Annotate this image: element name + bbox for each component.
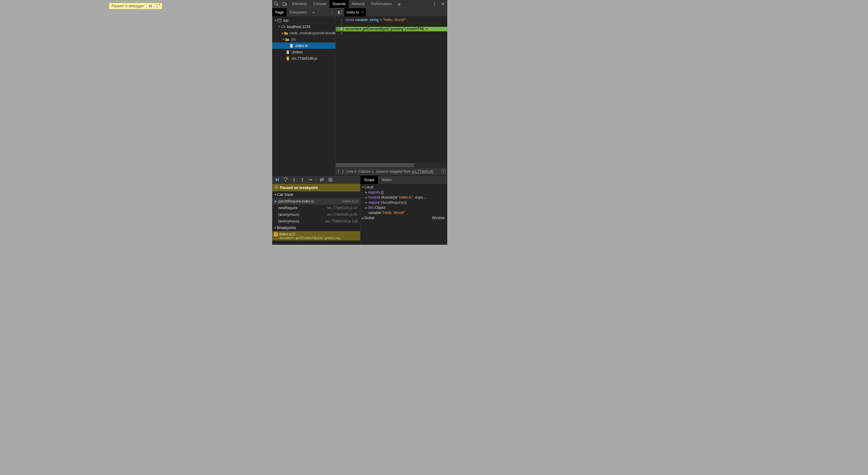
scope-tabs: Scope Watch [361, 176, 447, 184]
scope-var-this[interactable]: ▶this: Object [362, 205, 446, 210]
code-lines: const variable: string = "Hello, World!"… [344, 16, 447, 163]
editor-scrollbar[interactable] [336, 163, 447, 167]
svg-point-5 [434, 2, 435, 3]
overlay-resume-button[interactable] [146, 3, 154, 9]
debugger-overlay-message: Paused in debugger [109, 4, 146, 8]
svg-rect-3 [283, 2, 285, 5]
svg-rect-12 [278, 178, 278, 182]
navigator-pane: Page Filesystem » ⋮ ▼ top ▼ localh [272, 8, 336, 176]
stack-frame[interactable]: (anonymous)src.77de5100.js:120 [272, 218, 360, 225]
tab-sources[interactable]: Sources [330, 0, 349, 8]
cursor-position: Line 3, Column 1 [347, 169, 374, 173]
folder-icon [285, 37, 290, 42]
scope-local-header[interactable]: ▼Local [362, 185, 446, 190]
source-map-link[interactable]: src.77de5100 [412, 169, 434, 173]
tab-elements[interactable]: Elements [289, 0, 310, 8]
source-map-info: (source mapped from src.77de5100 [376, 169, 433, 173]
debugger-left-pane: ⓘ Paused on breakpoint ▼Call Stack ➤parc… [272, 176, 361, 245]
svg-point-18 [329, 178, 332, 182]
resume-button[interactable] [273, 177, 281, 183]
info-icon: ⓘ [275, 185, 278, 190]
pretty-print-icon[interactable]: { } [338, 169, 344, 173]
scope-var-variable[interactable]: variable: "Hello, World!" [362, 210, 446, 215]
navigator-tabs: Page Filesystem » ⋮ [272, 8, 336, 16]
tab-scope[interactable]: Scope [361, 176, 378, 184]
step-over-button[interactable] [282, 177, 289, 183]
tree-node-modules[interactable]: ▶ node_modules/parcel-bundler [272, 30, 336, 36]
deactivate-breakpoints-button[interactable] [318, 177, 326, 183]
devtools-panel: Elements Console Sources Network Perform… [272, 0, 447, 245]
stack-frame[interactable]: (anonymous)src.77de5100.js:81 [272, 211, 360, 218]
line-gutter: 1 2 3 4 [336, 16, 344, 163]
kebab-menu-icon[interactable] [430, 0, 439, 8]
svg-rect-4 [285, 3, 287, 5]
scope-var-require[interactable]: ▶require: ƒ localRequire(x) [362, 200, 446, 205]
svg-rect-19 [330, 179, 330, 181]
breakpoints-header[interactable]: ▼Breakpoints [272, 225, 360, 231]
more-tabs-icon[interactable] [395, 0, 403, 8]
tab-network[interactable]: Network [349, 0, 368, 8]
step-button[interactable] [307, 177, 314, 183]
svg-point-16 [309, 179, 310, 180]
close-devtools-icon[interactable] [439, 0, 447, 8]
tab-performance[interactable]: Performance [368, 0, 395, 8]
scope-global-header[interactable]: ▶GlobalWindow [362, 215, 446, 220]
svg-rect-20 [331, 179, 331, 181]
call-stack-header[interactable]: ▼Call Stack [272, 191, 360, 198]
inspect-icon[interactable] [272, 0, 281, 8]
svg-point-7 [434, 5, 435, 6]
paused-status: ⓘ Paused on breakpoint [272, 184, 360, 191]
scope-body: ▼Local ▶exports: {} ▶module: Module {id:… [361, 184, 447, 245]
tree-src-folder[interactable]: ▼ src [272, 36, 336, 42]
window-icon [277, 18, 282, 23]
nav-more-icon[interactable]: » [310, 8, 317, 16]
breakpoint-checkbox[interactable]: ✓ [274, 232, 278, 236]
file-icon [285, 50, 290, 55]
stack-frame[interactable]: ➤parcelRequire.index.ts index.ts:3 [272, 198, 360, 204]
pause-exceptions-button[interactable] [327, 177, 334, 183]
svg-rect-8 [278, 19, 281, 22]
toggle-debugger-icon[interactable]: ▾ [441, 169, 445, 173]
breakpoint-item[interactable]: ✓ index.ts:3 document.getElementById("gr… [272, 231, 360, 241]
nav-tab-filesystem[interactable]: Filesystem [287, 8, 310, 16]
tree-index-ts[interactable]: index.ts [272, 42, 336, 49]
tree-host[interactable]: ▼ localhost:1234 [272, 24, 336, 30]
svg-rect-0 [151, 4, 152, 7]
step-out-button[interactable] [299, 177, 306, 183]
nav-tab-page[interactable]: Page [272, 8, 287, 16]
debugger-panel: ⓘ Paused on breakpoint ▼Call Stack ➤parc… [272, 176, 447, 245]
svg-point-15 [302, 181, 303, 182]
toggle-navigator-icon[interactable] [336, 8, 344, 16]
tree-top[interactable]: ▼ top [272, 17, 336, 24]
breakpoint-marker[interactable]: 3 [336, 27, 344, 31]
file-tree: ▼ top ▼ localhost:1234 ▶ node_modules/pa… [272, 16, 336, 176]
editor-status-bar: { } Line 3, Column 1 (source mapped from… [336, 167, 447, 176]
scope-var-exports[interactable]: ▶exports: {} [362, 190, 446, 195]
cloud-icon [281, 24, 285, 29]
debugger-toolbar [272, 176, 360, 184]
debugger-overlay: Paused in debugger [109, 3, 162, 9]
step-into-button[interactable] [290, 177, 298, 183]
tree-index-html[interactable]: (index) [272, 49, 336, 55]
debugger-right-pane: Scope Watch ▼Local ▶exports: {} ▶module:… [361, 176, 447, 245]
overlay-step-button[interactable] [154, 3, 162, 9]
tab-watch[interactable]: Watch [378, 176, 396, 184]
stack-frame[interactable]: newRequiresrc.77de5100.js:47 [272, 204, 360, 211]
editor-tab-indexts[interactable]: index.ts ✕ [344, 8, 366, 16]
svg-point-6 [434, 4, 435, 4]
folder-icon [284, 31, 288, 36]
scope-var-module[interactable]: ▶module: Module {id: "index.ts", expo… [362, 195, 446, 200]
code-editor[interactable]: 1 2 3 4 const variable: string = "Hello,… [336, 16, 447, 163]
file-icon [289, 43, 294, 48]
tab-console[interactable]: Console [310, 0, 330, 8]
close-tab-icon[interactable]: ✕ [361, 10, 364, 14]
svg-rect-11 [338, 11, 339, 14]
tree-srcjs[interactable]: src.77de5100.js [272, 55, 336, 62]
js-file-icon [285, 56, 290, 61]
editor-pane: index.ts ✕ 1 2 3 4 const variable: strin… [336, 8, 447, 176]
nav-kebab-icon[interactable]: ⋮ [328, 8, 336, 16]
svg-point-1 [156, 6, 157, 7]
devtools-tabbar: Elements Console Sources Network Perform… [272, 0, 447, 8]
current-frame-icon: ➤ [274, 199, 278, 203]
device-icon[interactable] [281, 0, 289, 8]
